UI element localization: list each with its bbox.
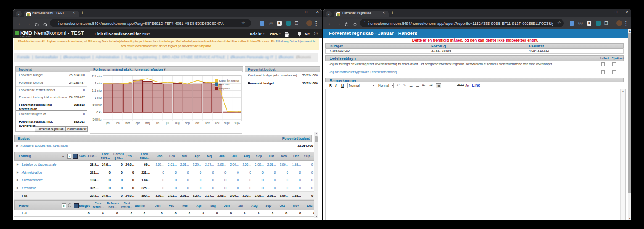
svg-text:År til dato: År til dato (219, 83, 230, 86)
svg-text:sep: sep (185, 121, 190, 125)
svg-text:0 Kr: 0 Kr (96, 111, 102, 114)
svg-text:jun: jun (156, 121, 160, 125)
svg-text:dec: dec (215, 121, 220, 124)
svg-text:jan: jan (106, 121, 110, 125)
svg-text:sup2: sup2 (234, 121, 240, 125)
svg-text:2 mio: 2 mio (95, 82, 102, 85)
svg-text:okt: okt (195, 121, 199, 124)
svg-text:aug: aug (175, 121, 180, 125)
svg-text:1.5 mio: 1.5 mio (92, 89, 102, 92)
svg-text:2.5 mio: 2.5 mio (92, 75, 102, 78)
svg-text:500 tkr: 500 tkr (93, 103, 102, 106)
svg-text:maj: maj (145, 121, 150, 125)
svg-text:-500 tkr: -500 tkr (92, 118, 102, 121)
svg-text:sup1: sup1 (224, 121, 230, 125)
svg-text:Prognose: Prognose (219, 87, 230, 90)
svg-text:apr: apr (136, 121, 140, 125)
svg-text:jul: jul (166, 121, 169, 125)
svg-text:nov: nov (205, 121, 210, 124)
svg-text:Sidste års forbrug: Sidste års forbrug (219, 79, 239, 82)
svg-text:1 mio: 1 mio (95, 96, 102, 99)
svg-text:mar: mar (125, 121, 130, 124)
svg-text:feb: feb (116, 121, 120, 124)
